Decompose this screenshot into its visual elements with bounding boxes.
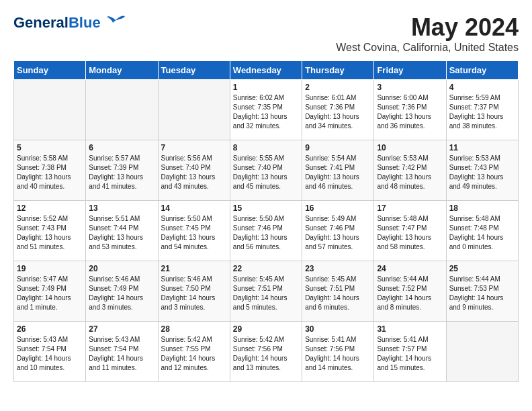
logo: GeneralBlue bbox=[13, 13, 126, 32]
cell-details: Sunrise: 5:53 AM Sunset: 7:43 PM Dayligh… bbox=[449, 154, 515, 191]
day-number: 27 bbox=[89, 324, 154, 334]
day-number: 4 bbox=[449, 83, 515, 92]
day-number: 23 bbox=[305, 264, 371, 273]
calendar-week-row: 12Sunrise: 5:52 AM Sunset: 7:43 PM Dayli… bbox=[14, 201, 519, 261]
day-number: 26 bbox=[17, 324, 83, 334]
page-location: West Covina, California, United States bbox=[336, 42, 519, 54]
page-header: GeneralBlue May 2024 West Covina, Califo… bbox=[13, 13, 519, 54]
calendar-cell: 25Sunrise: 5:44 AM Sunset: 7:53 PM Dayli… bbox=[446, 261, 518, 322]
calendar-cell: 5Sunrise: 5:58 AM Sunset: 7:38 PM Daylig… bbox=[14, 140, 86, 201]
logo-bird-icon bbox=[106, 13, 126, 32]
day-number: 31 bbox=[377, 324, 443, 334]
calendar-cell bbox=[14, 80, 86, 140]
calendar-cell: 31Sunrise: 5:41 AM Sunset: 7:57 PM Dayli… bbox=[374, 322, 446, 382]
cell-details: Sunrise: 5:58 AM Sunset: 7:38 PM Dayligh… bbox=[17, 154, 83, 191]
cell-details: Sunrise: 5:46 AM Sunset: 7:49 PM Dayligh… bbox=[89, 275, 154, 312]
cell-details: Sunrise: 5:48 AM Sunset: 7:48 PM Dayligh… bbox=[449, 214, 515, 252]
calendar-cell: 27Sunrise: 5:43 AM Sunset: 7:54 PM Dayli… bbox=[86, 322, 158, 382]
cell-details: Sunrise: 6:00 AM Sunset: 7:36 PM Dayligh… bbox=[377, 93, 443, 131]
col-sunday: Sunday bbox=[14, 61, 86, 80]
calendar-week-row: 19Sunrise: 5:47 AM Sunset: 7:49 PM Dayli… bbox=[14, 261, 519, 322]
day-number: 21 bbox=[161, 264, 227, 273]
day-number: 16 bbox=[305, 203, 371, 213]
calendar-cell: 29Sunrise: 5:42 AM Sunset: 7:56 PM Dayli… bbox=[230, 322, 302, 382]
calendar-cell: 24Sunrise: 5:44 AM Sunset: 7:52 PM Dayli… bbox=[374, 261, 446, 322]
calendar-table: Sunday Monday Tuesday Wednesday Thursday… bbox=[13, 60, 519, 382]
calendar-cell: 10Sunrise: 5:53 AM Sunset: 7:42 PM Dayli… bbox=[374, 140, 446, 201]
cell-details: Sunrise: 5:43 AM Sunset: 7:54 PM Dayligh… bbox=[89, 335, 154, 373]
day-number: 3 bbox=[377, 83, 443, 92]
day-number: 1 bbox=[233, 83, 299, 92]
logo-text: GeneralBlue bbox=[13, 14, 101, 32]
col-monday: Monday bbox=[86, 61, 158, 80]
cell-details: Sunrise: 5:50 AM Sunset: 7:46 PM Dayligh… bbox=[233, 214, 299, 252]
day-number: 8 bbox=[233, 143, 299, 152]
col-wednesday: Wednesday bbox=[230, 61, 302, 80]
cell-details: Sunrise: 5:48 AM Sunset: 7:47 PM Dayligh… bbox=[377, 214, 443, 252]
day-number: 29 bbox=[233, 324, 299, 334]
calendar-cell: 3Sunrise: 6:00 AM Sunset: 7:36 PM Daylig… bbox=[374, 80, 446, 140]
day-number: 5 bbox=[17, 143, 83, 152]
day-number: 13 bbox=[89, 203, 154, 213]
day-number: 9 bbox=[305, 143, 371, 152]
col-thursday: Thursday bbox=[302, 61, 374, 80]
title-block: May 2024 West Covina, California, United… bbox=[336, 13, 519, 54]
day-number: 6 bbox=[89, 143, 154, 152]
cell-details: Sunrise: 5:52 AM Sunset: 7:43 PM Dayligh… bbox=[17, 214, 83, 252]
day-number: 20 bbox=[89, 264, 154, 273]
calendar-cell: 18Sunrise: 5:48 AM Sunset: 7:48 PM Dayli… bbox=[446, 201, 518, 261]
calendar-cell bbox=[158, 80, 230, 140]
calendar-cell: 30Sunrise: 5:41 AM Sunset: 7:56 PM Dayli… bbox=[302, 322, 374, 382]
cell-details: Sunrise: 5:44 AM Sunset: 7:52 PM Dayligh… bbox=[377, 275, 443, 312]
cell-details: Sunrise: 5:57 AM Sunset: 7:39 PM Dayligh… bbox=[89, 154, 154, 191]
cell-details: Sunrise: 5:43 AM Sunset: 7:54 PM Dayligh… bbox=[17, 335, 83, 373]
calendar-cell: 8Sunrise: 5:55 AM Sunset: 7:40 PM Daylig… bbox=[230, 140, 302, 201]
col-friday: Friday bbox=[374, 61, 446, 80]
cell-details: Sunrise: 5:51 AM Sunset: 7:44 PM Dayligh… bbox=[89, 214, 154, 252]
calendar-cell: 28Sunrise: 5:42 AM Sunset: 7:55 PM Dayli… bbox=[158, 322, 230, 382]
cell-details: Sunrise: 5:46 AM Sunset: 7:50 PM Dayligh… bbox=[161, 275, 227, 312]
col-tuesday: Tuesday bbox=[158, 61, 230, 80]
cell-details: Sunrise: 5:47 AM Sunset: 7:49 PM Dayligh… bbox=[17, 275, 83, 312]
col-saturday: Saturday bbox=[446, 61, 518, 80]
calendar-cell: 12Sunrise: 5:52 AM Sunset: 7:43 PM Dayli… bbox=[14, 201, 86, 261]
cell-details: Sunrise: 6:01 AM Sunset: 7:36 PM Dayligh… bbox=[305, 93, 371, 131]
calendar-cell: 7Sunrise: 5:56 AM Sunset: 7:40 PM Daylig… bbox=[158, 140, 230, 201]
calendar-cell: 1Sunrise: 6:02 AM Sunset: 7:35 PM Daylig… bbox=[230, 80, 302, 140]
day-number: 28 bbox=[161, 324, 227, 334]
day-number: 2 bbox=[305, 83, 371, 92]
calendar-cell: 16Sunrise: 5:49 AM Sunset: 7:46 PM Dayli… bbox=[302, 201, 374, 261]
calendar-cell: 26Sunrise: 5:43 AM Sunset: 7:54 PM Dayli… bbox=[14, 322, 86, 382]
day-number: 7 bbox=[161, 143, 227, 152]
calendar-cell: 19Sunrise: 5:47 AM Sunset: 7:49 PM Dayli… bbox=[14, 261, 86, 322]
calendar-header-row: Sunday Monday Tuesday Wednesday Thursday… bbox=[14, 61, 519, 80]
calendar-cell: 20Sunrise: 5:46 AM Sunset: 7:49 PM Dayli… bbox=[86, 261, 158, 322]
day-number: 11 bbox=[449, 143, 515, 152]
calendar-cell: 4Sunrise: 5:59 AM Sunset: 7:37 PM Daylig… bbox=[446, 80, 518, 140]
cell-details: Sunrise: 5:55 AM Sunset: 7:40 PM Dayligh… bbox=[233, 154, 299, 191]
day-number: 12 bbox=[17, 203, 83, 213]
cell-details: Sunrise: 5:54 AM Sunset: 7:41 PM Dayligh… bbox=[305, 154, 371, 191]
cell-details: Sunrise: 5:50 AM Sunset: 7:45 PM Dayligh… bbox=[161, 214, 227, 252]
day-number: 25 bbox=[449, 264, 515, 273]
calendar-cell: 22Sunrise: 5:45 AM Sunset: 7:51 PM Dayli… bbox=[230, 261, 302, 322]
cell-details: Sunrise: 5:44 AM Sunset: 7:53 PM Dayligh… bbox=[449, 275, 515, 312]
day-number: 18 bbox=[449, 203, 515, 213]
cell-details: Sunrise: 5:42 AM Sunset: 7:56 PM Dayligh… bbox=[233, 335, 299, 373]
calendar-cell: 21Sunrise: 5:46 AM Sunset: 7:50 PM Dayli… bbox=[158, 261, 230, 322]
calendar-cell: 14Sunrise: 5:50 AM Sunset: 7:45 PM Dayli… bbox=[158, 201, 230, 261]
page-title: May 2024 bbox=[336, 13, 519, 42]
calendar-cell bbox=[86, 80, 158, 140]
day-number: 10 bbox=[377, 143, 443, 152]
cell-details: Sunrise: 5:59 AM Sunset: 7:37 PM Dayligh… bbox=[449, 93, 515, 131]
day-number: 15 bbox=[233, 203, 299, 213]
day-number: 14 bbox=[161, 203, 227, 213]
calendar-cell: 23Sunrise: 5:45 AM Sunset: 7:51 PM Dayli… bbox=[302, 261, 374, 322]
day-number: 22 bbox=[233, 264, 299, 273]
cell-details: Sunrise: 5:45 AM Sunset: 7:51 PM Dayligh… bbox=[233, 275, 299, 312]
day-number: 19 bbox=[17, 264, 83, 273]
day-number: 24 bbox=[377, 264, 443, 273]
cell-details: Sunrise: 6:02 AM Sunset: 7:35 PM Dayligh… bbox=[233, 93, 299, 131]
calendar-cell: 13Sunrise: 5:51 AM Sunset: 7:44 PM Dayli… bbox=[86, 201, 158, 261]
calendar-cell: 6Sunrise: 5:57 AM Sunset: 7:39 PM Daylig… bbox=[86, 140, 158, 201]
